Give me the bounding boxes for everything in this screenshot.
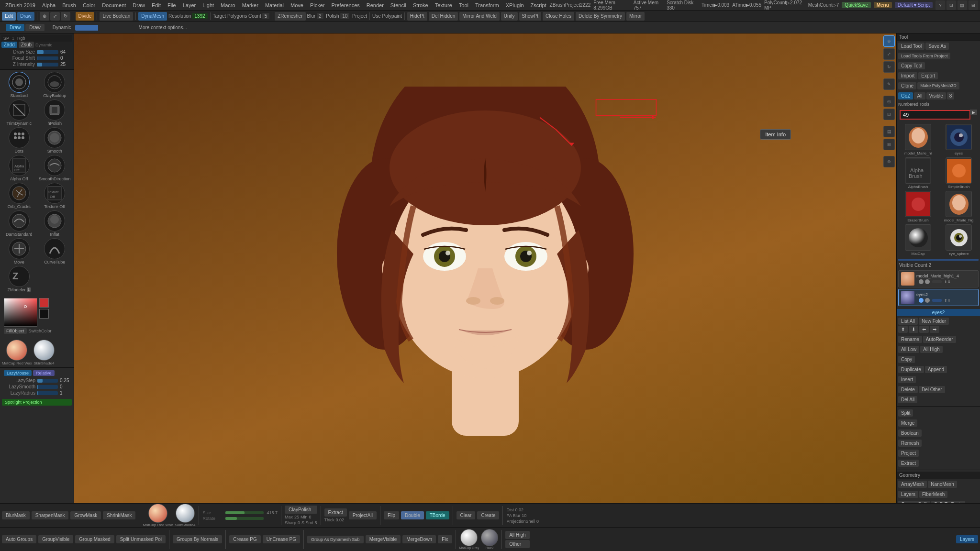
menu-stencil[interactable]: Stencil <box>387 1 410 9</box>
export-button[interactable]: Export <box>918 72 938 79</box>
crease-pg-button[interactable]: Crease PG <box>229 535 260 543</box>
tool-thumb-matcap[interactable]: MatCap <box>899 224 937 256</box>
flip-button[interactable]: Flip <box>384 511 399 519</box>
other-label-btn[interactable]: Other <box>505 540 529 548</box>
show-pt-button[interactable]: ShowPt <box>519 12 541 21</box>
icon-snap[interactable]: ⊡ <box>947 0 956 10</box>
menu-zscript[interactable]: Zscript <box>527 1 550 9</box>
create-button[interactable]: Create <box>477 511 499 519</box>
del-all-button[interactable]: Del All <box>898 396 917 403</box>
csp-scale-btn[interactable]: ⤢ <box>883 48 895 60</box>
brush-trimdynamic[interactable]: TrimDynamic <box>2 99 36 126</box>
fill-object-label[interactable]: FillObject <box>4 328 27 334</box>
lazy-mouse-button[interactable]: LazyMouse <box>4 370 32 376</box>
auto-groups-button[interactable]: Auto Groups <box>2 535 36 543</box>
brush-claybuildup[interactable]: ClayBuildup <box>38 72 72 98</box>
duplicate-button[interactable]: Duplicate <box>898 366 924 373</box>
hair2-item[interactable]: Hair2 <box>481 529 498 550</box>
color-saturation-picker[interactable] <box>4 298 37 327</box>
menu-tool[interactable]: Tool <box>456 1 472 9</box>
skinshadex4-item[interactable]: SkinShade4 <box>175 504 195 527</box>
unify-button[interactable]: Unify <box>501 12 518 21</box>
rotate-slider[interactable] <box>225 517 264 520</box>
foreground-color-swatch[interactable] <box>39 298 49 308</box>
sharpen-mask-button[interactable]: SharpenMask <box>32 511 69 519</box>
subtool-left-btn[interactable]: ⬅ <box>919 326 929 333</box>
matcap-item2[interactable]: SkinShade4 <box>33 340 55 365</box>
menu-preferences[interactable]: Preferences <box>328 1 363 9</box>
rename-button[interactable]: Rename <box>898 336 922 343</box>
zadd-button[interactable]: Zadd <box>1 42 17 48</box>
goz-button[interactable]: GoZ <box>898 92 913 99</box>
load-tools-from-button[interactable]: Load Tools From Project <box>898 53 950 59</box>
tool-search-go[interactable]: ▶ <box>970 110 977 115</box>
menu-picker[interactable]: Picker <box>307 1 328 9</box>
lazy-smooth-slider[interactable] <box>37 385 58 389</box>
split-button[interactable]: Split <box>898 409 913 417</box>
merge-down-bottom-button[interactable]: MergeDown <box>402 535 436 543</box>
brush-damstandard[interactable]: DamStandard <box>2 210 36 237</box>
del-hidden-button[interactable]: Del Hidden <box>429 12 458 21</box>
menu-render[interactable]: Render <box>363 1 387 9</box>
brush-orb-cracks[interactable]: Orb_Cracks <box>2 183 36 209</box>
menu-move[interactable]: Move <box>287 1 307 9</box>
subtool-item-marie[interactable]: model_Marie_high1_4 ⬆⬇ <box>898 270 979 287</box>
edit-button[interactable]: Edit <box>2 12 16 21</box>
visible-button[interactable]: Visible <box>926 92 946 99</box>
menu-color[interactable]: Color <box>79 1 99 9</box>
shrink-mask-button[interactable]: ShrinkMask <box>103 511 135 519</box>
focal-shift-slider[interactable] <box>37 56 58 60</box>
menu-texture[interactable]: Texture <box>432 1 456 9</box>
target-poly-value[interactable]: 5 <box>262 13 270 19</box>
menu-draw[interactable]: Draw <box>129 1 148 9</box>
tool-thumb-simple-brush[interactable]: SimpleBrush <box>939 157 978 189</box>
draw-button[interactable]: Draw <box>17 12 34 21</box>
scale-icon-btn[interactable]: ⤢ <box>50 12 60 21</box>
relative-button[interactable]: Relative <box>33 370 55 376</box>
fiber-mesh-button[interactable]: FiberMesh <box>919 491 947 498</box>
auto-reorder-button[interactable]: AutoReorder <box>923 336 956 343</box>
import-button[interactable]: Import <box>898 72 917 79</box>
menu-button[interactable]: Menu <box>874 2 892 8</box>
subtool-toggle-dot3[interactable] <box>919 298 924 303</box>
tool-search-input[interactable] <box>900 110 970 120</box>
menu-stroke[interactable]: Stroke <box>410 1 432 9</box>
merge-button[interactable]: Merge <box>898 419 917 427</box>
csp-edit3d-btn[interactable]: ✎ <box>883 78 895 90</box>
subtool-slider2[interactable] <box>932 299 942 302</box>
del-other-button[interactable]: Del Other <box>919 386 945 393</box>
draw-btn2[interactable]: Draw <box>25 24 44 31</box>
canvas-area[interactable]: Item Info <box>74 33 896 503</box>
menu-material[interactable]: Material <box>262 1 287 9</box>
dynamesh-button[interactable]: DynaMesh <box>138 12 167 21</box>
tool-thumb-eyes[interactable]: eyes <box>939 124 978 155</box>
fix-bottom-button[interactable]: Fix <box>438 535 452 543</box>
color-gradient-picker[interactable] <box>4 298 37 327</box>
brush-dots[interactable]: Dots <box>2 127 36 154</box>
subtool-item-eyes2[interactable]: eyes2 ⬆⬇ <box>898 289 979 306</box>
close-holes-button[interactable]: Close Holes <box>543 12 574 21</box>
menu-edit[interactable]: Edit <box>148 1 164 9</box>
nano-mesh-button[interactable]: NanoMesh <box>928 481 957 488</box>
tool-thumb-marie-hig2[interactable]: model_Marie_hig <box>939 191 978 222</box>
new-folder-button[interactable]: New Folder <box>919 318 949 325</box>
move-icon-btn[interactable]: ⊕ <box>40 12 49 21</box>
matcap-item1[interactable]: MatCap Red Wax <box>2 340 32 365</box>
default-script-button[interactable]: Default▼Script <box>895 2 933 8</box>
group-as-dynamesh-button[interactable]: Group As Dynamesh Sub <box>307 536 364 543</box>
csp-draw3d-btn[interactable]: ◎ <box>883 96 895 107</box>
clone-button[interactable]: Clone <box>898 82 916 89</box>
make-polymesh-button[interactable]: Make PolyMesh3D <box>917 82 959 89</box>
append-button[interactable]: Append <box>925 366 947 373</box>
menu-transform[interactable]: Transform <box>472 1 502 9</box>
divide-button[interactable]: Divide <box>76 12 95 21</box>
mirror-weld-button[interactable]: Mirror And Weld <box>459 12 500 21</box>
brush-zmodeler[interactable]: Z ZModeler 1 <box>2 266 36 292</box>
split-unmasked-button[interactable]: Split Unmasked Poi <box>116 535 166 543</box>
menu-alpha[interactable]: Alpha <box>39 1 59 9</box>
subtool-toggle-dot1[interactable] <box>919 279 924 284</box>
subtool-down-btn[interactable]: ⬇ <box>909 326 918 333</box>
menu-brush[interactable]: Brush <box>59 1 79 9</box>
tborder-button[interactable]: TBorde <box>426 511 449 519</box>
list-all-button[interactable]: List All <box>898 318 918 325</box>
